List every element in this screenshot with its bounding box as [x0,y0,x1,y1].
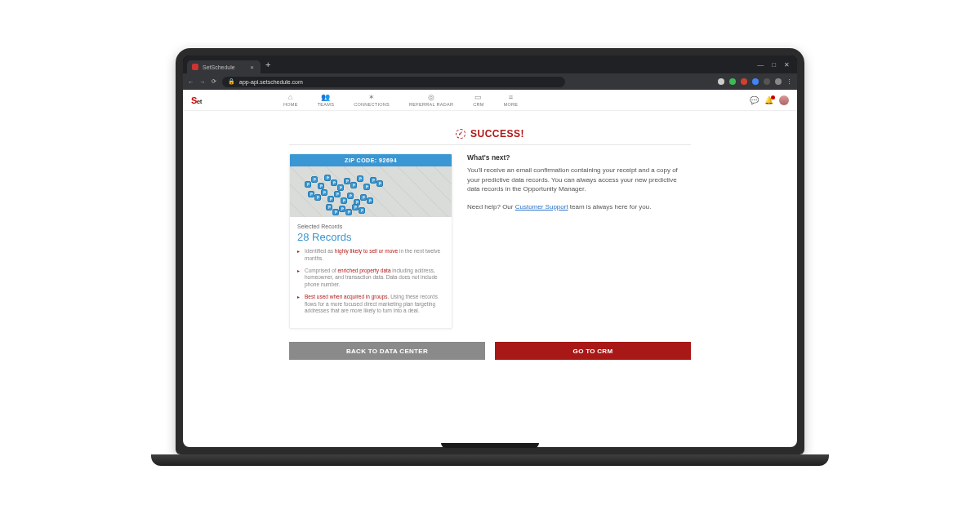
browser-tabstrip: SetSchedule × + — □ ✕ [183,55,797,73]
map-pin-icon[interactable] [350,182,357,188]
tab-title: SetSchedule [203,64,235,70]
map-pin-icon[interactable] [314,194,321,201]
map-pin-icon[interactable] [341,197,347,204]
nav-crm[interactable]: ▭ CRM [473,93,483,107]
hamburger-icon: ≡ [509,93,513,101]
map-pin-icon[interactable] [360,194,367,201]
nav-more[interactable]: ≡ MORE [504,93,519,107]
laptop-notch [441,443,539,448]
window-minimize-icon[interactable]: — [757,61,764,69]
extension-icon[interactable] [729,78,736,85]
window-close-icon[interactable]: ✕ [784,61,790,69]
avatar[interactable] [779,95,789,105]
map-pin-icon[interactable] [308,191,314,197]
teams-icon: 👥 [321,93,330,101]
map-pin-icon[interactable] [318,183,324,189]
tab-favicon-icon [192,64,198,70]
help-paragraph: Need help? Our Customer Support team is … [467,202,691,212]
success-title-row: SUCCESS! [289,124,691,140]
map-pin-icon[interactable] [327,196,334,202]
bullet-highlight: enriched property data [337,268,390,273]
map-pin-icon[interactable] [352,204,359,210]
map-pin-icon[interactable] [339,206,345,212]
whats-next-body: You'll receive an email confirmation con… [467,166,691,194]
map-pin-icon[interactable] [344,178,350,184]
map-pin-icon[interactable] [376,180,383,187]
records-count: 28 Records [297,231,444,243]
nav-label: TEAMS [318,102,334,107]
browser-tab[interactable]: SetSchedule × [187,60,261,73]
map-pin-icon[interactable] [359,207,365,214]
nav-label: MORE [504,102,519,107]
map-pin-icon[interactable] [347,193,354,199]
nav-label: HOME [283,102,298,107]
briefcase-icon: ▭ [474,93,482,101]
extension-icon[interactable] [752,78,759,85]
extension-icon[interactable] [775,78,782,85]
success-heading: SUCCESS! [456,128,524,140]
map-pin-icon[interactable] [357,175,363,182]
bullet-highlight: Best used when acquired in groups. [305,294,389,299]
zip-code-bar: ZIP CODE: 92694 [290,154,452,166]
extension-icon[interactable] [718,78,724,85]
success-text: SUCCESS! [470,128,524,140]
nav-teams[interactable]: 👥 TEAMS [318,93,334,107]
nav-connections[interactable]: ✶ CONNECTIONS [354,93,390,107]
map-pin-icon[interactable] [311,176,318,183]
map-pin-icon[interactable] [332,209,339,215]
laptop-screen: SetSchedule × + — □ ✕ ← → ⟳ 🔒 app-api.se… [183,55,797,447]
map-pin-icon[interactable] [367,197,373,204]
divider [289,144,691,145]
feature-item: Identified as highly likely to sell or m… [297,248,444,263]
header-right: 💬 🔔 [750,95,789,105]
action-buttons: BACK TO DATA CENTER GO TO CRM [289,342,691,360]
map-pin-icon[interactable] [370,177,376,184]
app-page: Set ⌂ HOME 👥 TEAMS ✶ CONNECT [183,90,797,447]
nav-reload-icon[interactable]: ⟳ [211,78,217,85]
bullet-highlight: highly likely to sell or move [335,248,398,254]
nav-label: CRM [473,102,483,107]
bell-icon[interactable]: 🔔 [764,96,773,104]
go-to-crm-button[interactable]: GO TO CRM [495,342,691,360]
map-pin-icon[interactable] [334,191,341,197]
nav-home[interactable]: ⌂ HOME [283,93,298,107]
help-pre: Need help? Our [467,203,515,210]
logo-main: S [191,95,197,105]
customer-support-link[interactable]: Customer Support [515,203,568,210]
browser-addressbar: ← → ⟳ 🔒 app-api.setschedule.com ⋮ [183,73,797,90]
map-pin-icon[interactable] [337,184,344,191]
back-to-data-center-button[interactable]: BACK TO DATA CENTER [289,342,485,360]
nav-referral-radar[interactable]: ◎ REFERRAL RADAR [409,93,453,107]
app-logo[interactable]: Set [191,95,202,105]
extension-icon[interactable] [764,78,770,85]
nav-label: CONNECTIONS [354,102,390,107]
nav-forward-icon[interactable]: → [199,79,206,85]
nav-back-icon[interactable]: ← [188,79,194,85]
home-icon: ⌂ [288,93,292,101]
extension-icons: ⋮ [718,78,792,85]
map-pin-icon[interactable] [345,209,352,215]
feature-item: Comprised of enriched property data incl… [297,268,444,289]
next-steps-panel: What's next? You'll receive an email con… [467,153,691,329]
tab-close-icon[interactable]: × [250,64,254,71]
map-pin-icon[interactable] [331,179,337,186]
map-pin-icon[interactable] [324,175,331,181]
map-pin-icon[interactable] [321,189,327,196]
connections-icon: ✶ [368,93,375,101]
feature-item: Best used when acquired in groups. Using… [297,294,444,315]
records-card: ZIP CODE: 92694 Selected Records 28 Reco… [289,153,452,329]
bullet-pre: Identified as [305,248,335,254]
extension-icon[interactable] [741,78,747,85]
chat-icon[interactable]: 💬 [750,96,759,104]
map-pin-icon[interactable] [326,204,332,210]
map-pin-icon[interactable] [363,184,370,190]
window-maximize-icon[interactable]: □ [772,61,776,69]
url-field[interactable]: 🔒 app-api.setschedule.com [222,77,565,87]
nav-label: REFERRAL RADAR [409,102,453,107]
new-tab-icon[interactable]: + [265,60,270,69]
help-post: team is always here for you. [568,203,652,210]
kebab-menu-icon[interactable]: ⋮ [786,78,792,85]
map-pin-icon[interactable] [305,181,311,188]
map-preview[interactable] [290,166,452,217]
laptop-base [151,454,829,466]
